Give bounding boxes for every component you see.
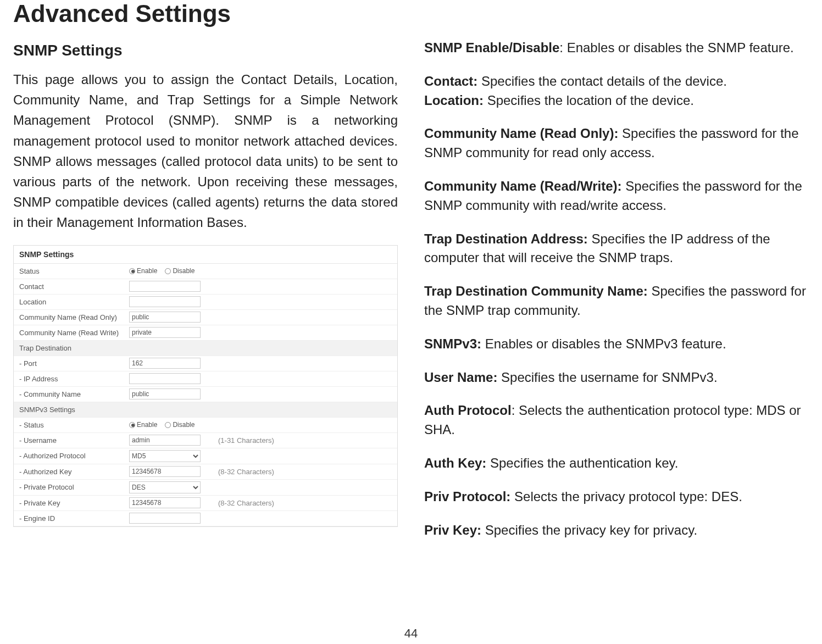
auth-proto-select[interactable]: MD5	[129, 450, 201, 462]
snmp-description: This page allows you to assign the Conta…	[13, 69, 398, 233]
snmp-row-location: Location	[14, 295, 397, 310]
label-v3-status: - Status	[19, 421, 129, 429]
snmp-row-status: Status Enable Disable	[14, 264, 397, 279]
def-priv-key: Priv Key: Specifies the privacy key for …	[424, 521, 809, 540]
port-input[interactable]	[129, 358, 201, 369]
def-contact-location: Contact: Specifies the contact details o…	[424, 72, 809, 110]
label-auth-key: - Authorized Key	[19, 468, 129, 476]
radio-icon	[165, 422, 171, 428]
right-column: SNMP Enable/Disable: Enables or disables…	[424, 32, 809, 639]
snmp-row-priv-proto: - Private Protocol DES	[14, 480, 397, 496]
radio-icon	[129, 268, 135, 274]
snmp-row-ip: - IP Address	[14, 371, 397, 387]
snmp-row-auth-proto: - Authorized Protocol MD5	[14, 448, 397, 464]
label-location: Location	[19, 298, 129, 306]
snmp-row-comm-rw: Community Name (Read Write)	[14, 325, 397, 341]
label-ip: - IP Address	[19, 375, 129, 383]
radio-icon	[129, 422, 135, 428]
v3-disable-radio[interactable]: Disable	[165, 421, 195, 429]
ip-input[interactable]	[129, 373, 201, 384]
snmp-settings-heading: SNMP Settings	[13, 42, 398, 59]
label-trap-dest: Trap Destination	[19, 344, 129, 352]
label-port: - Port	[19, 359, 129, 368]
def-snmpv3: SNMPv3: Enables or disables the SNMPv3 f…	[424, 335, 809, 354]
contact-input[interactable]	[129, 281, 201, 292]
engine-input[interactable]	[129, 513, 201, 524]
snmp-row-trap-dest: Trap Destination	[14, 341, 397, 356]
def-comm-rw: Community Name (Read/Write): Specifies t…	[424, 177, 809, 215]
def-auth-proto: Auth Protocol: Selects the authenticatio…	[424, 401, 809, 440]
username-input[interactable]	[129, 435, 201, 446]
label-comm-ro: Community Name (Read Only)	[19, 313, 129, 321]
def-priv-proto: Priv Protocol: Selects the privacy proto…	[424, 487, 809, 507]
snmp-row-comm-ro: Community Name (Read Only)	[14, 310, 397, 325]
page-title: Advanced Settings	[0, 0, 822, 32]
status-enable-radio[interactable]: Enable	[129, 267, 157, 275]
page-number: 44	[404, 626, 418, 641]
label-priv-proto: - Private Protocol	[19, 483, 129, 491]
location-input[interactable]	[129, 296, 201, 307]
label-comm-rw: Community Name (Read Write)	[19, 329, 129, 337]
snmp-row-username: - Username (1-31 Characters)	[14, 433, 397, 448]
radio-icon	[165, 268, 171, 274]
def-auth-key: Auth Key: Specifies the authentication k…	[424, 454, 809, 473]
hint-priv-key: (8-32 Characters)	[212, 499, 392, 507]
snmp-panel-header: SNMP Settings	[14, 246, 397, 264]
def-trap-addr: Trap Destination Address: Specifies the …	[424, 230, 809, 268]
def-trap-comm: Trap Destination Community Name: Specifi…	[424, 282, 809, 320]
status-disable-radio[interactable]: Disable	[165, 267, 195, 275]
snmp-row-port: - Port	[14, 356, 397, 371]
label-username: - Username	[19, 436, 129, 445]
snmp-settings-panel: SNMP Settings Status Enable Disable Cont…	[13, 245, 398, 527]
snmp-row-v3-status: - Status Enable Disable	[14, 418, 397, 433]
snmp-row-comm-name: - Community Name	[14, 387, 397, 402]
auth-key-input[interactable]	[129, 466, 201, 477]
label-auth-proto: - Authorized Protocol	[19, 452, 129, 460]
comm-name-input[interactable]	[129, 388, 201, 399]
priv-proto-select[interactable]: DES	[129, 481, 201, 493]
label-status: Status	[19, 267, 129, 275]
hint-auth-key: (8-32 Characters)	[212, 468, 392, 476]
priv-key-input[interactable]	[129, 497, 201, 508]
content-columns: SNMP Settings This page allows you to as…	[0, 32, 822, 639]
comm-rw-input[interactable]	[129, 327, 201, 338]
snmp-row-priv-key: - Private Key (8-32 Characters)	[14, 496, 397, 511]
label-engine: - Engine ID	[19, 514, 129, 523]
snmp-row-auth-key: - Authorized Key (8-32 Characters)	[14, 464, 397, 480]
def-comm-ro: Community Name (Read Only): Specifies th…	[424, 124, 809, 163]
left-column: SNMP Settings This page allows you to as…	[13, 32, 398, 639]
label-comm-name: - Community Name	[19, 390, 129, 398]
v3-enable-radio[interactable]: Enable	[129, 421, 157, 429]
hint-username: (1-31 Characters)	[212, 436, 392, 445]
label-contact: Contact	[19, 282, 129, 291]
label-v3-settings: SNMPv3 Settings	[19, 406, 129, 414]
def-username: User Name: Specifies the username for SN…	[424, 368, 809, 387]
def-snmp-enable: SNMP Enable/Disable: Enables or disables…	[424, 38, 809, 58]
snmp-row-v3-settings: SNMPv3 Settings	[14, 402, 397, 418]
label-priv-key: - Private Key	[19, 499, 129, 507]
snmp-row-engine: - Engine ID	[14, 511, 397, 526]
snmp-row-contact: Contact	[14, 279, 397, 295]
comm-ro-input[interactable]	[129, 312, 201, 323]
